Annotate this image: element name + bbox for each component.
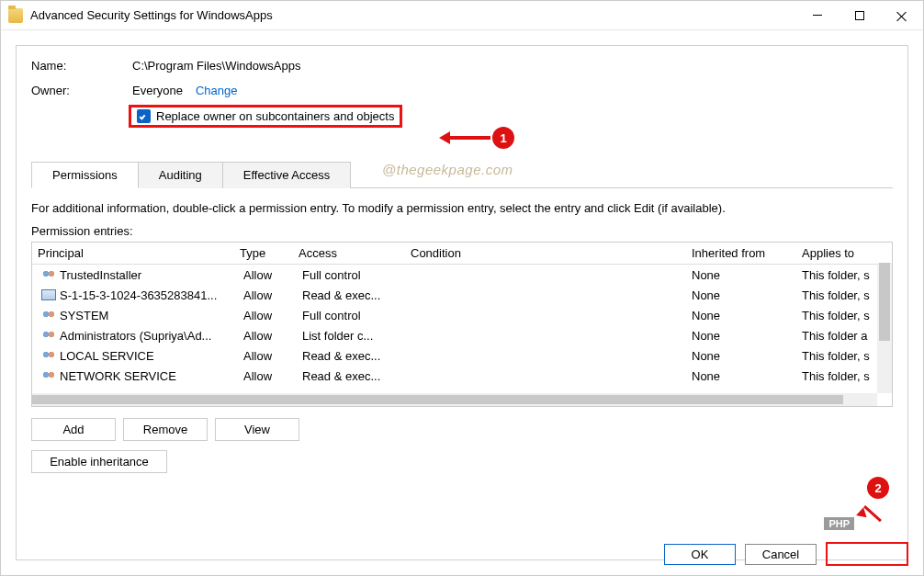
col-inherited[interactable]: Inherited from bbox=[686, 243, 796, 264]
type-cell: Allow bbox=[238, 268, 297, 282]
inherited-cell: None bbox=[686, 288, 796, 302]
principal-cell: NETWORK SERVICE bbox=[60, 369, 176, 383]
principal-cell: SYSTEM bbox=[60, 309, 108, 322]
inherited-cell: None bbox=[686, 369, 796, 383]
window-title: Advanced Security Settings for WindowsAp… bbox=[30, 8, 796, 22]
principal-cell: TrustedInstaller bbox=[60, 268, 141, 282]
type-cell: Allow bbox=[238, 288, 297, 302]
table-row[interactable]: TrustedInstallerAllowFull controlNoneThi… bbox=[32, 265, 892, 285]
folder-icon bbox=[8, 8, 23, 23]
add-button[interactable]: Add bbox=[31, 418, 116, 441]
table-row[interactable]: S-1-15-3-1024-3635283841...AllowRead & e… bbox=[32, 285, 892, 305]
replace-owner-label: Replace owner on subcontainers and objec… bbox=[156, 109, 394, 123]
inherited-cell: None bbox=[686, 329, 796, 343]
type-cell: Allow bbox=[238, 349, 297, 363]
window-controls bbox=[796, 1, 923, 29]
tab-effective-access[interactable]: Effective Access bbox=[223, 162, 351, 188]
access-cell: Read & exec... bbox=[297, 349, 409, 363]
table-row[interactable]: NETWORK SERVICEAllowRead & exec...NoneTh… bbox=[32, 366, 892, 386]
inherited-cell: None bbox=[686, 309, 796, 322]
users-icon bbox=[41, 269, 56, 280]
close-button[interactable] bbox=[881, 1, 923, 29]
ok-button[interactable]: OK bbox=[664, 544, 736, 565]
users-icon bbox=[41, 350, 56, 361]
owner-label: Owner: bbox=[31, 84, 132, 97]
action-button-row: Add Remove View bbox=[31, 418, 893, 441]
access-cell: Read & exec... bbox=[297, 369, 409, 383]
horizontal-scrollbar[interactable] bbox=[32, 393, 877, 406]
replace-owner-checkbox[interactable] bbox=[137, 109, 151, 123]
principal-cell: LOCAL SERVICE bbox=[60, 349, 154, 363]
access-cell: Full control bbox=[297, 268, 409, 282]
watermark-text: @thegeekpage.com bbox=[382, 162, 513, 177]
col-condition[interactable]: Condition bbox=[405, 243, 686, 264]
maximize-button[interactable] bbox=[839, 1, 881, 29]
access-cell: Full control bbox=[297, 309, 409, 322]
security-settings-window: Advanced Security Settings for WindowsAp… bbox=[0, 0, 924, 576]
hint-text: For additional information, double-click… bbox=[31, 201, 893, 215]
principal-cell: S-1-15-3-1024-3635283841... bbox=[60, 288, 217, 302]
cancel-button[interactable]: Cancel bbox=[745, 544, 817, 565]
type-cell: Allow bbox=[238, 309, 297, 322]
name-value: C:\Program Files\WindowsApps bbox=[132, 59, 301, 73]
minimize-button[interactable] bbox=[796, 1, 839, 29]
content-pane: Name: C:\Program Files\WindowsApps Owner… bbox=[16, 45, 908, 560]
users-icon bbox=[41, 370, 56, 381]
replace-owner-highlight: Replace owner on subcontainers and objec… bbox=[129, 105, 402, 128]
table-body: TrustedInstallerAllowFull controlNoneThi… bbox=[32, 265, 892, 386]
view-button[interactable]: View bbox=[215, 418, 299, 441]
table-row[interactable]: LOCAL SERVICEAllowRead & exec...NoneThis… bbox=[32, 345, 892, 366]
change-owner-link[interactable]: Change bbox=[196, 84, 238, 97]
name-label: Name: bbox=[31, 59, 132, 73]
inherited-cell: None bbox=[686, 349, 796, 363]
enable-inheritance-button[interactable]: Enable inheritance bbox=[31, 450, 167, 473]
entries-label: Permission entries: bbox=[31, 224, 893, 238]
principal-cell: Administrators (Supriya\Ad... bbox=[60, 329, 211, 343]
dialog-footer: OK Cancel bbox=[664, 542, 908, 566]
owner-value: Everyone bbox=[132, 84, 183, 97]
vertical-scrollbar[interactable] bbox=[877, 263, 892, 393]
users-icon bbox=[41, 310, 56, 321]
apply-button-highlight[interactable] bbox=[826, 542, 908, 566]
col-applies[interactable]: Applies to bbox=[796, 243, 892, 264]
annotation-badge-1: 1 bbox=[492, 127, 514, 149]
access-cell: List folder c... bbox=[297, 329, 409, 343]
col-type[interactable]: Type bbox=[234, 243, 293, 264]
php-watermark: PHP bbox=[824, 517, 854, 530]
type-cell: Allow bbox=[238, 329, 297, 343]
annotation-arrow-1: 1 bbox=[439, 127, 514, 149]
titlebar: Advanced Security Settings for WindowsAp… bbox=[1, 1, 923, 30]
table-row[interactable]: Administrators (Supriya\Ad...AllowList f… bbox=[32, 325, 892, 345]
annotation-badge-2: 2 bbox=[867, 477, 889, 499]
type-cell: Allow bbox=[238, 369, 297, 383]
sid-icon bbox=[41, 289, 56, 300]
users-icon bbox=[41, 330, 56, 341]
annotation-arrow-2 bbox=[856, 505, 882, 530]
permission-table: Principal Type Access Condition Inherite… bbox=[31, 242, 893, 407]
col-access[interactable]: Access bbox=[293, 243, 405, 264]
table-row[interactable]: SYSTEMAllowFull controlNoneThis folder, … bbox=[32, 305, 892, 325]
access-cell: Read & exec... bbox=[297, 288, 409, 302]
inherited-cell: None bbox=[686, 268, 796, 282]
remove-button[interactable]: Remove bbox=[123, 418, 208, 441]
tab-permissions[interactable]: Permissions bbox=[31, 162, 139, 188]
col-principal[interactable]: Principal bbox=[32, 243, 234, 264]
table-header: Principal Type Access Condition Inherite… bbox=[32, 243, 892, 265]
annotation-badge-2-wrap: 2 bbox=[865, 477, 889, 499]
tab-auditing[interactable]: Auditing bbox=[139, 162, 223, 188]
